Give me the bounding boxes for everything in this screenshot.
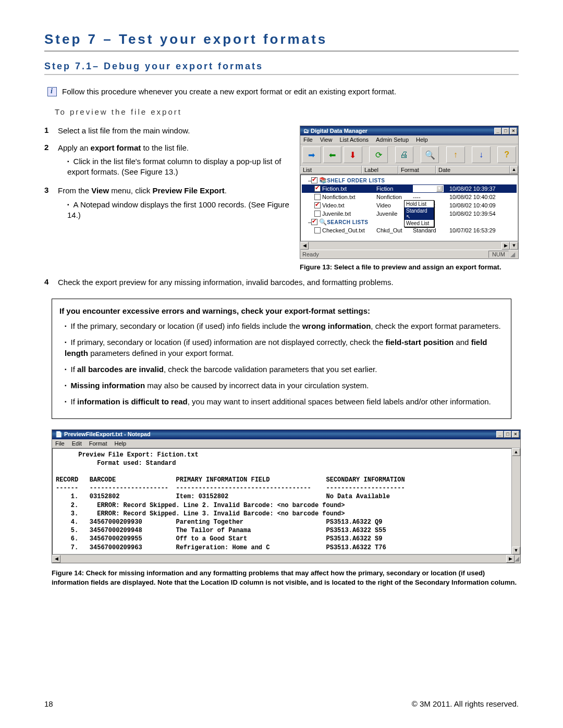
step-number: 4: [44, 277, 52, 288]
step-number: 1: [44, 126, 52, 136]
step-3-bold-preview: Preview File Export: [152, 186, 224, 195]
cell-name: Fiction.txt: [322, 186, 376, 192]
toolbar-print-icon[interactable]: 🖨: [395, 146, 414, 163]
np-menu-format[interactable]: Format: [89, 440, 107, 447]
cell-label: Chkd_Out: [376, 227, 413, 233]
notepad-text-area[interactable]: Preview File Export: Fiction.txt Format …: [52, 448, 512, 554]
row-check-icon[interactable]: [314, 227, 321, 233]
subheading-preview: To preview the file export: [55, 107, 519, 116]
toolbar-help-icon[interactable]: ?: [497, 146, 516, 163]
cell-name: Nonfiction.txt: [322, 194, 376, 200]
cell-format[interactable]: Standard▼: [413, 185, 449, 192]
resize-grip-icon[interactable]: ◢: [510, 251, 516, 258]
scroll-down-icon[interactable]: ▼: [510, 242, 518, 250]
cell-name: Juvenile.txt: [322, 211, 376, 217]
row-check-icon[interactable]: [314, 211, 321, 217]
figure-13-caption: Figure 13: Select a file to preview and …: [300, 263, 519, 271]
step-3-text: From the View menu, click Preview File E…: [58, 186, 290, 223]
step-3-part-c: menu, click: [109, 186, 152, 195]
step-number: 2: [44, 143, 52, 180]
step-4-text: Check the export preview for any missing…: [58, 277, 519, 288]
group-check-icon[interactable]: [311, 177, 317, 183]
row-check-icon[interactable]: [314, 194, 321, 200]
menu-view[interactable]: View: [320, 137, 333, 143]
col-label[interactable]: Label: [362, 166, 398, 174]
toolbar-back-icon[interactable]: ⬅: [323, 146, 342, 163]
status-num: NUM: [488, 251, 509, 258]
heading-step-7: Step 7 – Test your export formats: [44, 31, 519, 52]
np-menu-help[interactable]: Help: [115, 440, 127, 447]
toolbar-preview-icon[interactable]: 🔍: [421, 146, 439, 163]
format-option-standard[interactable]: Standard ↖: [405, 207, 434, 220]
ddm-toolbar: ➡ ⬅ ⬇ ⟳ 🖨 🔍 ↑ ↓ ?: [300, 144, 518, 166]
cell-format[interactable]: ----: [413, 194, 449, 200]
ddm-window: 🗂 Digital Data Manager _ □ × File View L…: [300, 126, 519, 259]
ddm-menubar: File View List Actions Admin Setup Help: [300, 135, 518, 144]
step-number: 3: [44, 186, 52, 223]
step-3-part-e: .: [225, 186, 227, 195]
minimize-button[interactable]: _: [494, 128, 501, 134]
cell-name: Checked_Out.txt: [322, 227, 376, 233]
scroll-right-icon[interactable]: ▶: [501, 242, 510, 250]
scroll-up-icon[interactable]: ▲: [510, 166, 518, 174]
heading-step-7-1: Step 7.1– Debug your export formats: [44, 61, 519, 75]
scroll-up-icon[interactable]: ▲: [512, 448, 520, 456]
format-option-holdlist[interactable]: Hold List: [405, 201, 434, 207]
status-ready: Ready: [302, 251, 319, 257]
notepad-title: 📄 PreviewFileExport.txt - Notepad: [55, 431, 151, 438]
close-button[interactable]: ×: [512, 431, 519, 438]
info-note-text: Follow this procedure whenever you creat…: [62, 87, 396, 97]
col-list[interactable]: List: [300, 166, 362, 174]
cell-date: 10/08/02 10:40:02: [449, 194, 496, 200]
box-item-1: If the primary, secondary or location (i…: [65, 320, 504, 331]
scroll-left-icon[interactable]: ◀: [300, 242, 309, 250]
toolbar-download-icon[interactable]: ⬇: [344, 146, 362, 163]
menu-list-actions[interactable]: List Actions: [339, 137, 369, 143]
notepad-window: 📄 PreviewFileExport.txt - Notepad _ □ × …: [52, 429, 521, 563]
resize-grip-icon[interactable]: ◢: [515, 555, 520, 563]
box-item-2: If primary, secondary or location (if us…: [65, 337, 504, 359]
cursor-icon: ↖: [406, 214, 410, 219]
format-value: Standard: [414, 186, 435, 192]
list-row-fiction[interactable]: Fiction.txt Fiction Standard▼ 10/08/02 1…: [302, 184, 517, 193]
col-date[interactable]: Date: [436, 166, 510, 174]
row-check-icon[interactable]: [314, 202, 321, 208]
group-shelf-order: SHELF ORDER LISTS: [327, 178, 385, 183]
cell-format[interactable]: Standard: [413, 227, 449, 233]
ddm-tree[interactable]: – 📚 SHELF ORDER LISTS Fiction.txt Fictio…: [300, 175, 518, 241]
row-check-icon[interactable]: [314, 186, 321, 192]
toolbar-refresh-icon[interactable]: ⟳: [369, 146, 388, 163]
cell-label: Nonfiction: [376, 194, 413, 200]
ddm-title-text: Digital Data Manager: [311, 128, 368, 134]
scroll-left-icon[interactable]: ◀: [52, 555, 60, 563]
dropdown-arrow-icon[interactable]: ▼: [436, 186, 443, 192]
scroll-down-icon[interactable]: ▼: [512, 547, 520, 554]
step-2-part-a: Apply an: [58, 143, 91, 152]
maximize-button[interactable]: □: [504, 431, 511, 438]
step-2-sub: Click in the list file's format column t…: [67, 156, 290, 178]
scroll-right-icon[interactable]: ▶: [506, 555, 515, 563]
menu-help[interactable]: Help: [416, 137, 428, 143]
np-menu-edit[interactable]: Edit: [72, 440, 82, 447]
toolbar-down-icon[interactable]: ↓: [472, 146, 491, 163]
step-1-text: Select a list file from the main window.: [58, 126, 290, 136]
menu-admin-setup[interactable]: Admin Setup: [376, 137, 409, 143]
menu-file[interactable]: File: [303, 137, 313, 143]
minimize-button[interactable]: _: [496, 431, 504, 438]
page-number: 18: [44, 699, 53, 708]
group-check-icon[interactable]: [311, 219, 317, 225]
notepad-title-text: PreviewFileExport.txt - Notepad: [64, 431, 151, 437]
box-item-5: If information is difficult to read, you…: [65, 396, 504, 407]
col-format[interactable]: Format: [398, 166, 436, 174]
format-option-weedlist[interactable]: Weed List: [405, 220, 434, 227]
np-menu-file[interactable]: File: [55, 440, 65, 447]
maximize-button[interactable]: □: [502, 128, 509, 134]
toolbar-up-icon[interactable]: ↑: [446, 146, 465, 163]
figure-14-caption: Figure 14: Check for missing information…: [52, 569, 519, 587]
format-popup-menu[interactable]: Hold List Standard ↖ Weed List: [404, 200, 434, 227]
close-button[interactable]: ×: [510, 128, 517, 134]
list-row-checked-out[interactable]: Checked_Out.txt Chkd_Out Standard 10/07/…: [302, 226, 517, 235]
toolbar-forward-icon[interactable]: ➡: [302, 146, 321, 163]
step-2-text: Apply an export format to the list file.…: [58, 143, 290, 180]
group-search-lists: SEARCH LISTS: [327, 219, 368, 225]
